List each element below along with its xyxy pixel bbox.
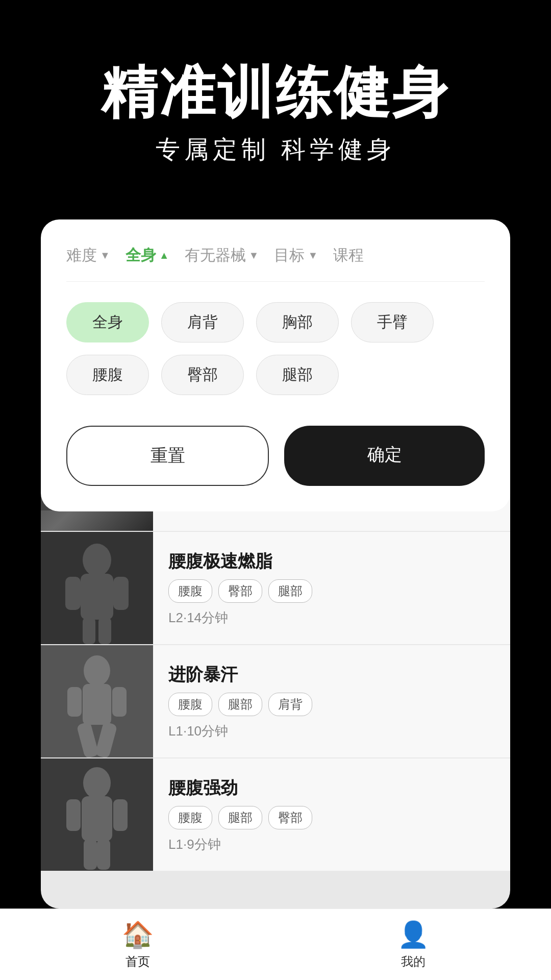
workout-meta: L1·9分钟 [168, 836, 495, 853]
workout-name: 腰腹极速燃脂 [168, 550, 495, 573]
workout-meta: L1·10分钟 [168, 722, 495, 740]
nav-label-profile: 我的 [401, 953, 425, 970]
filter-tab-course[interactable]: 课程 [333, 245, 364, 266]
filter-tab-label: 全身 [126, 245, 156, 266]
workout-info: 进阶暴汗 腰腹 腿部 肩背 L1·10分钟 [153, 645, 510, 757]
workout-name: 进阶暴汗 [168, 663, 495, 687]
tag: 腰腹 [168, 806, 212, 829]
confirm-button[interactable]: 确定 [284, 426, 485, 486]
tag: 臀部 [268, 806, 312, 829]
hero-subtitle: 专属定制 科学健身 [0, 133, 551, 166]
nav-item-profile[interactable]: 👤 我的 [397, 920, 429, 970]
svg-point-20 [83, 767, 111, 799]
tag: 腿部 [218, 693, 262, 716]
tag: 腿部 [268, 579, 312, 603]
reset-button[interactable]: 重置 [66, 426, 269, 486]
svg-rect-15 [67, 687, 82, 717]
filter-tab-label: 有无器械 [185, 245, 246, 266]
body-part-hips[interactable]: 臀部 [161, 355, 244, 395]
workout-item[interactable]: 腰腹强劲 腰腹 腿部 臀部 L1·9分钟 [41, 758, 510, 871]
workout-meta: L2·14分钟 [168, 609, 495, 627]
svg-rect-8 [65, 577, 81, 610]
chevron-down-icon: ▼ [249, 250, 259, 261]
workout-tags: 腰腹 腿部 肩背 [168, 693, 495, 716]
bottom-nav: 🏠 首页 👤 我的 [0, 909, 551, 980]
svg-point-6 [83, 544, 111, 576]
filter-tab-label: 难度 [66, 245, 97, 266]
svg-rect-16 [112, 687, 127, 717]
chevron-up-icon: ▲ [159, 250, 169, 261]
filter-tab-equipment[interactable]: 有无器械 ▼ [185, 245, 259, 266]
hero-title: 精准训练健身 [0, 61, 551, 123]
body-part-full[interactable]: 全身 [66, 302, 149, 342]
filter-tab-difficulty[interactable]: 难度 ▼ [66, 245, 110, 266]
svg-rect-21 [82, 796, 112, 841]
body-part-chest[interactable]: 胸部 [256, 302, 339, 342]
nav-label-home: 首页 [126, 953, 150, 970]
body-parts-selector: 全身 肩背 胸部 手臂 腰腹 臀部 腿部 [66, 282, 485, 410]
workout-thumbnail [41, 758, 153, 871]
tag: 腿部 [218, 806, 262, 829]
body-part-legs[interactable]: 腿部 [256, 355, 339, 395]
filter-tab-goal[interactable]: 目标 ▼ [274, 245, 318, 266]
body-part-shoulder[interactable]: 肩背 [161, 302, 244, 342]
filter-actions: 重置 确定 [66, 410, 485, 511]
svg-rect-22 [66, 799, 81, 831]
nav-item-home[interactable]: 🏠 首页 [122, 920, 154, 970]
tag: 臀部 [218, 579, 262, 603]
svg-point-13 [84, 655, 110, 686]
body-part-waist[interactable]: 腰腹 [66, 355, 149, 395]
workout-tags: 腰腹 臀部 腿部 [168, 579, 495, 603]
filter-tab-body[interactable]: 全身 ▲ [126, 245, 169, 266]
svg-rect-10 [83, 618, 95, 644]
svg-rect-9 [113, 577, 129, 610]
filter-modal: 难度 ▼ 全身 ▲ 有无器械 ▼ 目标 ▼ 课程 全身 肩背 胸部 手臂 腰腹 … [41, 219, 510, 511]
tag: 腰腹 [168, 579, 212, 603]
filter-tab-label: 课程 [333, 245, 364, 266]
svg-rect-24 [84, 839, 97, 870]
hero-section: 精准训练健身 专属定制 科学健身 [0, 0, 551, 166]
workout-thumbnail [41, 532, 153, 644]
workout-info: 腰腹强劲 腰腹 腿部 臀部 L1·9分钟 [153, 758, 510, 871]
svg-rect-23 [113, 799, 128, 831]
chevron-down-icon: ▼ [308, 250, 318, 261]
body-part-arms[interactable]: 手臂 [351, 302, 434, 342]
filter-tabs: 难度 ▼ 全身 ▲ 有无器械 ▼ 目标 ▼ 课程 [66, 245, 485, 282]
workout-item[interactable]: 腰腹极速燃脂 腰腹 臀部 腿部 L2·14分钟 [41, 532, 510, 644]
chevron-down-icon: ▼ [100, 250, 110, 261]
workout-thumbnail [41, 645, 153, 757]
workout-tags: 腰腹 腿部 臀部 [168, 806, 495, 829]
filter-tab-label: 目标 [274, 245, 305, 266]
tag: 腰腹 [168, 693, 212, 716]
workout-name: 腰腹强劲 [168, 776, 495, 800]
home-icon: 🏠 [122, 920, 154, 949]
workout-item[interactable]: 进阶暴汗 腰腹 腿部 肩背 L1·10分钟 [41, 645, 510, 757]
workout-info: 腰腹极速燃脂 腰腹 臀部 腿部 L2·14分钟 [153, 532, 510, 644]
svg-rect-25 [97, 839, 110, 870]
svg-rect-7 [81, 574, 113, 620]
svg-rect-11 [98, 618, 111, 644]
profile-icon: 👤 [397, 920, 429, 949]
svg-rect-14 [83, 684, 111, 725]
tag: 肩背 [268, 693, 312, 716]
